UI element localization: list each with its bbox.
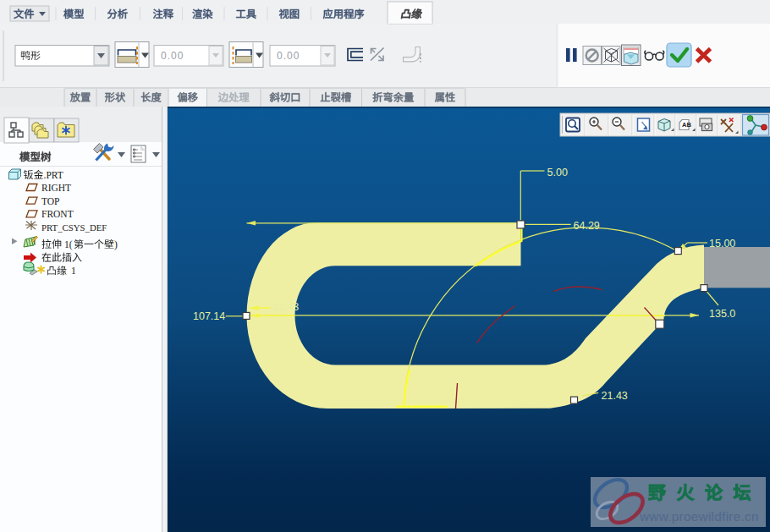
svg-text:PRT_CSYS_DEF: PRT_CSYS_DEF bbox=[41, 222, 107, 233]
svg-text:21.43: 21.43 bbox=[272, 301, 299, 313]
svg-text:.PRT: .PRT bbox=[44, 170, 63, 180]
svg-text:1: 1 bbox=[71, 266, 76, 276]
svg-text:64.29: 64.29 bbox=[574, 220, 600, 232]
svg-text:5.00: 5.00 bbox=[547, 167, 568, 178]
svg-text:135.0: 135.0 bbox=[709, 308, 735, 320]
svg-text:TOP: TOP bbox=[41, 196, 60, 206]
svg-text:0.00: 0.00 bbox=[161, 50, 184, 62]
svg-text:RIGHT: RIGHT bbox=[41, 183, 71, 193]
svg-text:FRONT: FRONT bbox=[41, 209, 74, 219]
svg-text:1(: 1( bbox=[64, 239, 73, 250]
svg-text:): ) bbox=[114, 239, 118, 250]
svg-text:107.14: 107.14 bbox=[193, 310, 225, 322]
svg-text:AB: AB bbox=[682, 121, 691, 129]
svg-text:0.00: 0.00 bbox=[277, 50, 300, 62]
svg-text:15.00: 15.00 bbox=[709, 238, 735, 250]
svg-text:www.proewildfire.cn: www.proewildfire.cn bbox=[639, 509, 759, 524]
svg-text:21.43: 21.43 bbox=[602, 390, 628, 402]
